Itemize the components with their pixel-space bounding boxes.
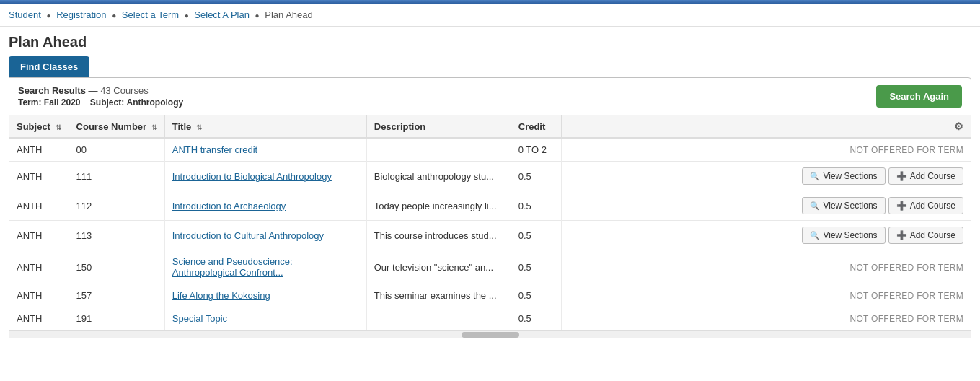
table-container: Subject ⇅ Course Number ⇅ Title ⇅ Descri… xyxy=(9,115,971,330)
cell-credit: 0.5 xyxy=(511,250,561,284)
col-number[interactable]: Course Number ⇅ xyxy=(69,115,164,138)
cell-subject: ANTH xyxy=(9,221,69,250)
action-buttons: 🔍View Sections➕Add Course xyxy=(569,167,963,185)
not-offered-label: NOT OFFERED FOR TERM xyxy=(849,291,963,301)
cell-actions: NOT OFFERED FOR TERM xyxy=(561,138,971,162)
cell-subject: ANTH xyxy=(9,191,69,221)
cell-actions: NOT OFFERED FOR TERM xyxy=(561,250,971,284)
course-link[interactable]: ANTH transfer credit xyxy=(172,144,257,155)
cell-number: 150 xyxy=(69,250,164,284)
cell-credit: 0.5 xyxy=(511,307,561,330)
cell-title: Life Along the Kokosing xyxy=(164,284,366,307)
plus-icon: ➕ xyxy=(896,230,907,240)
separator-1: ● xyxy=(46,12,50,19)
course-link[interactable]: Introduction to Cultural Anthropology xyxy=(172,230,324,241)
table-row: ANTH191Special Topic0.5NOT OFFERED FOR T… xyxy=(9,307,971,330)
table-row: ANTH157Life Along the KokosingThis semin… xyxy=(9,284,971,307)
cell-description: This course introduces stud... xyxy=(366,221,511,250)
cell-description xyxy=(366,307,511,330)
search-results-dash: — xyxy=(89,85,101,96)
main-content: Search Results — 43 Courses Term: Fall 2… xyxy=(9,77,971,338)
col-actions: ⚙ xyxy=(561,115,971,138)
separator-2: ● xyxy=(112,12,116,19)
breadcrumb-current: Plan Ahead xyxy=(265,9,313,20)
search-results-info: Search Results — 43 Courses Term: Fall 2… xyxy=(18,85,183,108)
cell-title: Introduction to Cultural Anthropology xyxy=(164,221,366,250)
search-again-button[interactable]: Search Again xyxy=(876,85,962,108)
col-title[interactable]: Title ⇅ xyxy=(164,115,366,138)
cell-description: Our television "science" an... xyxy=(366,250,511,284)
table-row: ANTH150Science and Pseudoscience: Anthro… xyxy=(9,250,971,284)
cell-subject: ANTH xyxy=(9,307,69,330)
breadcrumb-select-term[interactable]: Select a Term xyxy=(122,9,179,20)
cell-number: 113 xyxy=(69,221,164,250)
term-label: Term: xyxy=(18,97,41,108)
course-link[interactable]: Science and Pseudoscience: Anthropologic… xyxy=(172,256,293,278)
cell-actions: NOT OFFERED FOR TERM xyxy=(561,307,971,330)
course-link[interactable]: Introduction to Archaeology xyxy=(172,201,286,211)
breadcrumb-student[interactable]: Student xyxy=(9,9,41,20)
course-link[interactable]: Life Along the Kokosing xyxy=(172,290,270,301)
separator-3: ● xyxy=(185,12,189,19)
table-body: ANTH00ANTH transfer credit0 TO 2NOT OFFE… xyxy=(9,138,971,330)
cell-credit: 0.5 xyxy=(511,191,561,221)
cell-actions: 🔍View Sections➕Add Course xyxy=(561,221,971,250)
search-results-meta: Term: Fall 2020 Subject: Anthropology xyxy=(18,97,183,108)
search-results-count: 43 Courses xyxy=(100,85,148,96)
page-title: Plan Ahead xyxy=(0,27,980,56)
search-results-header: Search Results — 43 Courses Term: Fall 2… xyxy=(9,78,971,115)
cell-credit: 0 TO 2 xyxy=(511,138,561,162)
gear-icon[interactable]: ⚙ xyxy=(954,121,963,132)
view-sections-button[interactable]: 🔍View Sections xyxy=(802,167,885,185)
cell-description xyxy=(366,138,511,162)
table-row: ANTH113Introduction to Cultural Anthropo… xyxy=(9,221,971,250)
search-icon: 🔍 xyxy=(810,172,820,181)
bottom-scrollbar[interactable] xyxy=(9,330,971,338)
course-link[interactable]: Special Topic xyxy=(172,313,227,324)
subject-label: Subject: xyxy=(90,97,124,108)
add-course-button[interactable]: ➕Add Course xyxy=(888,227,963,244)
breadcrumb: Student ● Registration ● Select a Term ●… xyxy=(0,4,980,27)
cell-number: 111 xyxy=(69,162,164,191)
cell-subject: ANTH xyxy=(9,162,69,191)
not-offered-label: NOT OFFERED FOR TERM xyxy=(849,263,963,273)
cell-title: Science and Pseudoscience: Anthropologic… xyxy=(164,250,366,284)
breadcrumb-registration[interactable]: Registration xyxy=(56,9,106,20)
term-value: Fall 2020 xyxy=(44,97,81,108)
plus-icon: ➕ xyxy=(896,171,907,181)
action-buttons: 🔍View Sections➕Add Course xyxy=(569,197,963,214)
action-buttons: 🔍View Sections➕Add Course xyxy=(569,227,963,244)
cell-number: 00 xyxy=(69,138,164,162)
not-offered-label: NOT OFFERED FOR TERM xyxy=(849,314,963,324)
cell-title: ANTH transfer credit xyxy=(164,138,366,162)
tab-bar: Find Classes xyxy=(0,56,980,77)
view-sections-button[interactable]: 🔍View Sections xyxy=(802,227,885,244)
cell-title: Introduction to Biological Anthropology xyxy=(164,162,366,191)
cell-subject: ANTH xyxy=(9,250,69,284)
cell-number: 112 xyxy=(69,191,164,221)
search-icon: 🔍 xyxy=(810,231,820,240)
plus-icon: ➕ xyxy=(896,201,907,211)
sort-icon-number: ⇅ xyxy=(151,123,157,131)
cell-description: Biological anthropology stu... xyxy=(366,162,511,191)
table-header-row: Subject ⇅ Course Number ⇅ Title ⇅ Descri… xyxy=(9,115,971,138)
view-sections-button[interactable]: 🔍View Sections xyxy=(802,197,885,214)
course-link[interactable]: Introduction to Biological Anthropology xyxy=(172,171,332,182)
cell-subject: ANTH xyxy=(9,284,69,307)
cell-credit: 0.5 xyxy=(511,284,561,307)
cell-description: This seminar examines the ... xyxy=(366,284,511,307)
not-offered-label: NOT OFFERED FOR TERM xyxy=(849,145,963,155)
cell-title: Introduction to Archaeology xyxy=(164,191,366,221)
cell-actions: 🔍View Sections➕Add Course xyxy=(561,191,971,221)
add-course-button[interactable]: ➕Add Course xyxy=(888,197,963,214)
search-results-label: Search Results xyxy=(18,85,86,96)
search-icon: 🔍 xyxy=(810,201,820,211)
cell-credit: 0.5 xyxy=(511,221,561,250)
separator-4: ● xyxy=(255,12,260,19)
breadcrumb-select-plan[interactable]: Select A Plan xyxy=(194,9,250,20)
col-subject[interactable]: Subject ⇅ xyxy=(9,115,69,138)
cell-number: 191 xyxy=(69,307,164,330)
tab-find-classes[interactable]: Find Classes xyxy=(9,56,89,77)
add-course-button[interactable]: ➕Add Course xyxy=(888,167,963,185)
table-row: ANTH00ANTH transfer credit0 TO 2NOT OFFE… xyxy=(9,138,971,162)
